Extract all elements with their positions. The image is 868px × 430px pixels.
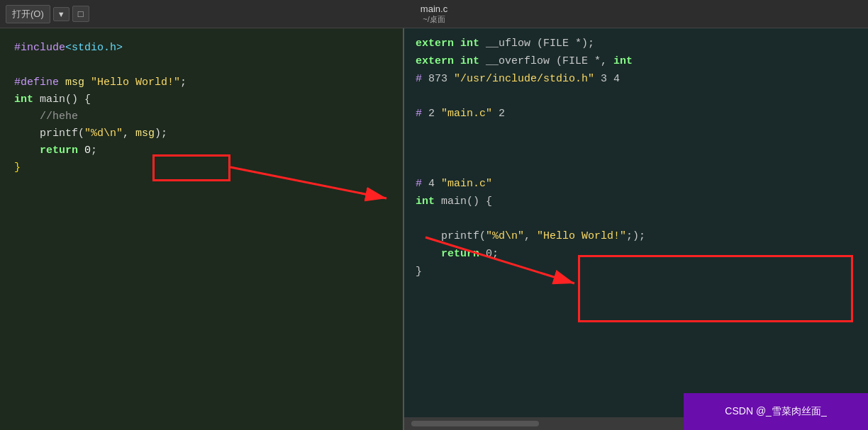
tab-title: main.c ~/桌面 [421,4,447,25]
code-line-comment: //hehe [14,108,389,125]
dropdown-arrow-button[interactable]: ▼ [53,7,69,21]
code-line-int-main: int main() { [14,91,389,108]
right-code-area: extern int __uflow (FILE *); extern int … [404,28,868,417]
code-line-printf: printf("%d\n", msg); [14,125,389,142]
right-editor-panel: extern int __uflow (FILE *); extern int … [404,28,868,430]
blank-line-1 [14,57,389,74]
open-button[interactable]: 打开(O) [6,5,50,23]
tab-filename: main.c [421,4,447,14]
main-content: #include<stdio.h> #define msg "Hello Wor… [0,28,868,430]
horizontal-scrollbar[interactable] [411,421,539,426]
code-line-include: #include<stdio.h> [14,40,389,57]
page-wrapper: 打开(O) ▼ □ main.c ~/桌面 #include<stdio.h> … [0,0,868,430]
code-line-return: return 0; [14,142,389,159]
code-line-brace: } [14,159,389,176]
left-editor-panel: #include<stdio.h> #define msg "Hello Wor… [0,28,404,430]
credit-area: CSDN @_雪菜肉丝面_ [684,393,868,430]
right-code-block: extern int __uflow (FILE *); extern int … [416,35,857,281]
toolbar: 打开(O) ▼ □ main.c ~/桌面 [0,0,868,28]
code-line-define: #define msg "Hello World!"; [14,74,389,91]
credit-text: CSDN @_雪菜肉丝面_ [725,405,826,418]
save-icon-button[interactable]: □ [72,6,89,22]
toolbar-left: 打开(O) ▼ □ [6,5,89,23]
tab-filepath: ~/桌面 [421,14,447,25]
